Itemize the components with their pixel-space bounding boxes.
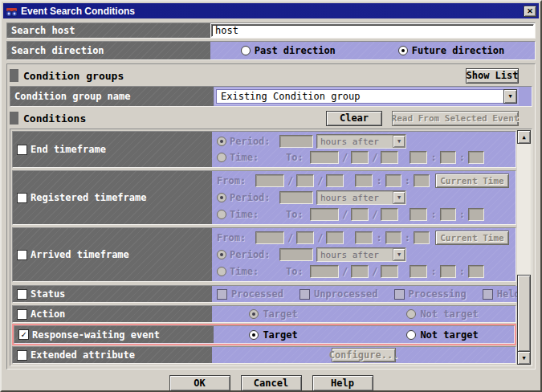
- response-not-target-option[interactable]: Not target: [406, 329, 478, 341]
- arrived-period-unit-select[interactable]: hours after ▼: [316, 247, 406, 262]
- registered-to-year-input[interactable]: [310, 208, 339, 221]
- end-to-hour-input[interactable]: [410, 151, 427, 164]
- arrived-to-minute-input[interactable]: [440, 265, 456, 278]
- response-target-option[interactable]: Target: [249, 329, 406, 341]
- held-checkbox[interactable]: [483, 289, 493, 300]
- registered-to-day-input[interactable]: [381, 208, 398, 221]
- arrived-current-time-button[interactable]: Current Time: [435, 231, 509, 245]
- ok-button[interactable]: OK: [169, 375, 230, 391]
- chevron-down-icon[interactable]: ▼: [393, 191, 405, 204]
- end-time-radio[interactable]: [217, 153, 226, 162]
- show-list-button[interactable]: Show List: [466, 68, 519, 84]
- registered-period-radio[interactable]: [217, 193, 226, 202]
- arrived-to-day-input[interactable]: [381, 265, 398, 278]
- end-period-unit-select[interactable]: hours after ▼: [316, 134, 406, 149]
- registered-timeframe-checkbox[interactable]: [17, 193, 27, 203]
- action-label: Action: [31, 308, 65, 320]
- past-direction-option[interactable]: Past direction: [241, 45, 398, 56]
- end-to-month-input[interactable]: [351, 151, 369, 164]
- arrived-period-radio[interactable]: [217, 250, 226, 259]
- search-host-input[interactable]: [211, 24, 534, 37]
- registered-from-minute-input[interactable]: [385, 174, 401, 187]
- arrived-from-hour-input[interactable]: [355, 231, 373, 244]
- end-to-second-input[interactable]: [468, 151, 484, 164]
- action-not-target-option[interactable]: Not target: [406, 308, 478, 320]
- registered-from-hour-input[interactable]: [355, 174, 373, 187]
- registered-current-time-button[interactable]: Current Time: [435, 174, 509, 188]
- registered-to-minute-input[interactable]: [440, 208, 456, 221]
- arrived-to-year-input[interactable]: [310, 265, 339, 278]
- response-target-radio[interactable]: [249, 330, 259, 340]
- registered-to-hour-input[interactable]: [410, 208, 427, 221]
- registered-from-day-input[interactable]: [326, 174, 344, 187]
- date-separator: /: [317, 232, 323, 243]
- future-direction-radio[interactable]: [398, 46, 408, 55]
- scroll-down-icon[interactable]: ▼: [517, 351, 531, 365]
- processed-option[interactable]: Processed: [217, 288, 283, 300]
- close-icon[interactable]: ✕: [524, 6, 536, 17]
- read-from-selected-event-button[interactable]: Read From Selected Event: [392, 111, 519, 126]
- processed-checkbox[interactable]: [217, 289, 227, 300]
- registered-to-month-input[interactable]: [351, 208, 369, 221]
- processing-option[interactable]: Processing: [394, 288, 467, 300]
- help-button[interactable]: Help: [312, 375, 373, 391]
- response-waiting-checkbox[interactable]: ✓: [18, 329, 29, 340]
- status-checkbox[interactable]: [17, 289, 27, 300]
- end-period-radio[interactable]: [217, 137, 226, 146]
- past-direction-radio[interactable]: [241, 46, 251, 55]
- end-to-day-input[interactable]: [381, 151, 398, 164]
- held-option[interactable]: Held: [483, 288, 520, 300]
- arrived-to-month-input[interactable]: [351, 265, 369, 278]
- scrollbar-thumb[interactable]: [517, 275, 531, 352]
- arrived-period-value-input[interactable]: [279, 248, 313, 261]
- chevron-down-icon[interactable]: ▼: [393, 248, 405, 261]
- condition-group-name-select[interactable]: Existing Condition group ▼: [214, 88, 519, 105]
- scroll-up-icon[interactable]: ▲: [517, 130, 531, 144]
- registered-from-year-input[interactable]: [255, 174, 284, 187]
- arrived-from-second-input[interactable]: [414, 231, 430, 244]
- arrived-timeframe-checkbox[interactable]: [17, 250, 27, 260]
- time-separator: :: [459, 266, 465, 277]
- registered-time-radio[interactable]: [217, 210, 226, 219]
- action-checkbox[interactable]: [17, 309, 27, 320]
- registered-from-month-input[interactable]: [296, 174, 314, 187]
- arrived-from-month-input[interactable]: [296, 231, 314, 244]
- end-timeframe-checkbox[interactable]: [17, 145, 27, 155]
- future-direction-option[interactable]: Future direction: [398, 45, 505, 56]
- end-to-minute-input[interactable]: [440, 151, 456, 164]
- cancel-button[interactable]: Cancel: [241, 375, 302, 391]
- registered-to-second-input[interactable]: [468, 208, 484, 221]
- unprocessed-label: Unprocessed: [314, 288, 377, 300]
- end-to-year-input[interactable]: [310, 151, 339, 164]
- arrived-from-day-input[interactable]: [326, 231, 344, 244]
- chevron-down-icon[interactable]: ▼: [503, 89, 517, 104]
- arrived-from-year-input[interactable]: [255, 231, 284, 244]
- date-separator: /: [287, 232, 293, 243]
- end-time-label: Time:: [230, 152, 276, 163]
- action-target-radio[interactable]: [249, 309, 259, 319]
- arrived-from-minute-input[interactable]: [385, 231, 401, 244]
- conditions-scrollbar[interactable]: ▲ ▼: [517, 130, 531, 365]
- clear-button[interactable]: Clear: [326, 111, 382, 126]
- end-period-value-input[interactable]: [279, 135, 313, 148]
- unprocessed-checkbox[interactable]: [300, 289, 310, 300]
- arrived-to-hour-input[interactable]: [410, 265, 427, 278]
- registered-period-value-input[interactable]: [279, 191, 313, 204]
- date-separator: /: [287, 175, 293, 186]
- registered-period-unit-select[interactable]: hours after ▼: [316, 190, 406, 205]
- extended-attribute-checkbox[interactable]: [17, 350, 27, 361]
- configure-button[interactable]: Configure...: [332, 348, 396, 362]
- action-not-target-radio[interactable]: [406, 309, 416, 319]
- response-not-target-radio[interactable]: [406, 330, 416, 340]
- arrived-time-radio[interactable]: [217, 267, 226, 276]
- response-waiting-row: ✓ Response-waiting event Target Not targ…: [14, 325, 515, 344]
- registered-from-second-input[interactable]: [414, 174, 430, 187]
- registered-timeframe-row: Registered timeframe From: / / :: [12, 170, 516, 225]
- chevron-down-icon[interactable]: ▼: [393, 135, 405, 148]
- processing-label: Processing: [409, 288, 467, 300]
- processing-checkbox[interactable]: [394, 289, 405, 300]
- conditions-panel: End timeframe Period: hours after ▼: [10, 129, 532, 366]
- action-target-option[interactable]: Target: [249, 308, 406, 320]
- arrived-to-second-input[interactable]: [468, 265, 484, 278]
- unprocessed-option[interactable]: Unprocessed: [300, 288, 377, 300]
